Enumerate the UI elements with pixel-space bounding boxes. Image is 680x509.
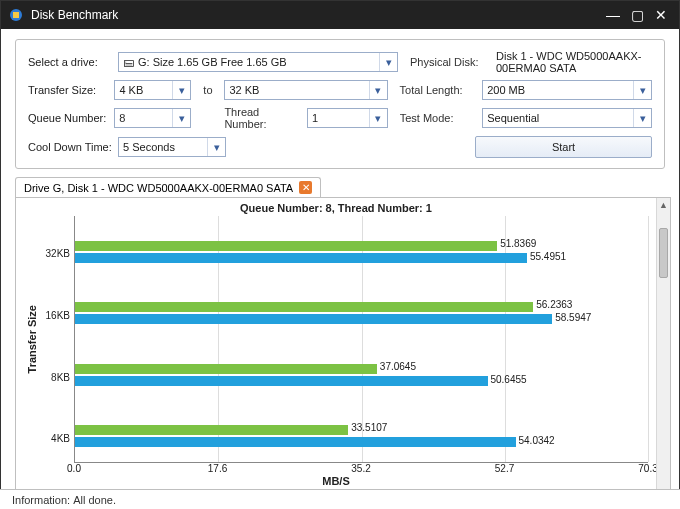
chevron-down-icon: ▾ xyxy=(207,138,225,156)
bar-label: 56.2363 xyxy=(536,299,572,310)
minimize-button[interactable]: — xyxy=(601,5,625,25)
x-tick: 35.2 xyxy=(351,463,370,474)
total-length-label: Total Length: xyxy=(400,84,477,96)
physical-disk-value: Disk 1 - WDC WD5000AAKX-00ERMA0 SATA xyxy=(496,50,652,74)
result-tab-label: Drive G, Disk 1 - WDC WD5000AAKX-00ERMA0… xyxy=(24,182,293,194)
test-mode-select[interactable]: Sequential▾ xyxy=(482,108,652,128)
total-length-value: 200 MB xyxy=(487,84,525,96)
maximize-button[interactable]: ▢ xyxy=(625,5,649,25)
settings-panel: Select a drive: 🖴G: Size 1.65 GB Free 1.… xyxy=(15,39,665,169)
titlebar: Disk Benchmark — ▢ ✕ xyxy=(1,1,679,29)
transfer-size-label: Transfer Size: xyxy=(28,84,108,96)
bar-label: 33.5107 xyxy=(351,422,387,433)
result-tab[interactable]: Drive G, Disk 1 - WDC WD5000AAKX-00ERMA0… xyxy=(15,177,321,197)
close-icon[interactable]: ✕ xyxy=(299,181,312,194)
transfer-to-value: 32 KB xyxy=(229,84,259,96)
bar-sequential-writing xyxy=(75,425,348,435)
bar-sequential-writing xyxy=(75,302,533,312)
bar-label: 50.6455 xyxy=(490,374,526,385)
select-drive-label: Select a drive: xyxy=(28,56,112,68)
cool-down-value: 5 Seconds xyxy=(123,141,175,153)
thread-number-select[interactable]: 1▾ xyxy=(307,108,388,128)
transfer-from-select[interactable]: 4 KB▾ xyxy=(114,80,191,100)
physical-disk-label: Physical Disk: xyxy=(410,56,490,68)
bar-sequential-reading xyxy=(75,314,552,324)
test-mode-value: Sequential xyxy=(487,112,539,124)
x-tick: 17.6 xyxy=(208,463,227,474)
drive-select[interactable]: 🖴G: Size 1.65 GB Free 1.65 GB ▾ xyxy=(118,52,398,72)
y-ticks: 32KB 16KB 8KB 4KB xyxy=(40,216,74,463)
total-length-select[interactable]: 200 MB▾ xyxy=(482,80,652,100)
bar-label: 55.4951 xyxy=(530,251,566,262)
status-bar: Information: All done. xyxy=(0,489,680,509)
chart-panel: Queue Number: 8, Thread Number: 1 Transf… xyxy=(15,197,671,505)
scrollbar-thumb[interactable] xyxy=(659,228,668,278)
to-label: to xyxy=(197,84,218,96)
x-tick: 70.3 xyxy=(638,463,657,474)
transfer-from-value: 4 KB xyxy=(119,84,143,96)
bar-sequential-reading xyxy=(75,376,488,386)
tab-row: Drive G, Disk 1 - WDC WD5000AAKX-00ERMA0… xyxy=(15,177,665,197)
chevron-down-icon: ▾ xyxy=(172,81,190,99)
transfer-to-select[interactable]: 32 KB▾ xyxy=(224,80,387,100)
bar-sequential-writing xyxy=(75,241,497,251)
chevron-down-icon: ▾ xyxy=(172,109,190,127)
bar-label: 58.5947 xyxy=(555,312,591,323)
thread-number-label: Thread Number: xyxy=(224,106,301,130)
queue-number-label: Queue Number: xyxy=(28,112,108,124)
x-tick: 0.0 xyxy=(67,463,81,474)
y-tick: 16KB xyxy=(46,309,70,320)
bar-label: 37.0645 xyxy=(380,361,416,372)
chevron-down-icon: ▾ xyxy=(369,81,387,99)
test-mode-label: Test Mode: xyxy=(400,112,477,124)
drive-select-value: G: Size 1.65 GB Free 1.65 GB xyxy=(138,56,287,68)
bar-label: 54.0342 xyxy=(519,435,555,446)
start-button-label: Start xyxy=(552,141,575,153)
status-text: All done. xyxy=(73,494,116,506)
cool-down-select[interactable]: 5 Seconds▾ xyxy=(118,137,226,157)
y-tick: 32KB xyxy=(46,248,70,259)
chart-title: Queue Number: 8, Thread Number: 1 xyxy=(24,202,648,214)
bar-sequential-writing xyxy=(75,364,377,374)
queue-number-select[interactable]: 8▾ xyxy=(114,108,191,128)
queue-number-value: 8 xyxy=(119,112,125,124)
bar-sequential-reading xyxy=(75,437,516,447)
thread-number-value: 1 xyxy=(312,112,318,124)
y-tick: 8KB xyxy=(51,371,70,382)
scroll-up-icon[interactable]: ▲ xyxy=(657,198,670,212)
chevron-down-icon: ▾ xyxy=(633,109,651,127)
cool-down-label: Cool Down Time: xyxy=(28,141,112,153)
x-tick: 52.7 xyxy=(495,463,514,474)
window-title: Disk Benchmark xyxy=(31,8,601,22)
app-icon xyxy=(7,6,25,24)
plot-area: 51.8369 55.4951 56.2363 58.5947 37.0645 … xyxy=(74,216,648,463)
vertical-scrollbar[interactable]: ▲ ▼ xyxy=(656,198,670,504)
chevron-down-icon: ▾ xyxy=(633,81,651,99)
y-tick: 4KB xyxy=(51,433,70,444)
close-button[interactable]: ✕ xyxy=(649,5,673,25)
status-label: Information: xyxy=(12,494,70,506)
chevron-down-icon: ▾ xyxy=(379,53,397,71)
chart-area: Queue Number: 8, Thread Number: 1 Transf… xyxy=(16,198,656,504)
svg-rect-1 xyxy=(13,12,19,18)
chevron-down-icon: ▾ xyxy=(369,109,387,127)
y-axis-label: Transfer Size xyxy=(24,216,40,463)
bar-sequential-reading xyxy=(75,253,527,263)
start-button[interactable]: Start xyxy=(475,136,652,158)
bar-label: 51.8369 xyxy=(500,238,536,249)
x-ticks: 0.0 17.6 35.2 52.7 70.3 xyxy=(74,463,648,477)
